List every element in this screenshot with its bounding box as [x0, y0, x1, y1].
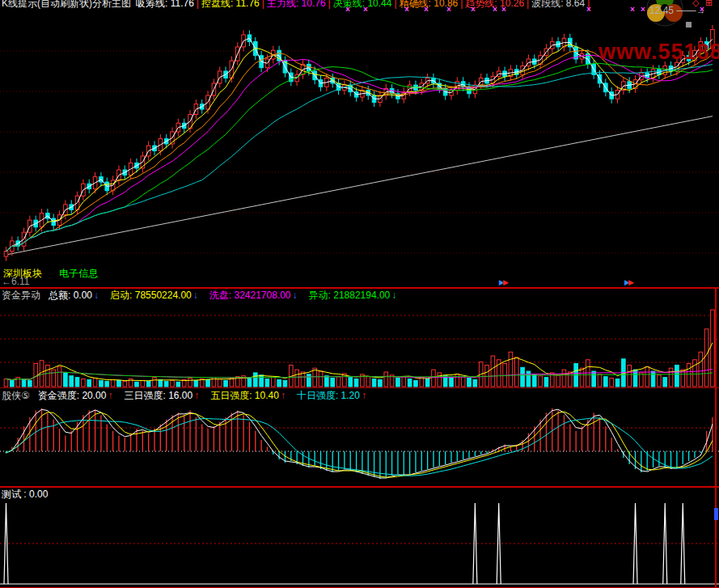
down-arrow-icon: ↓	[193, 290, 198, 301]
sell-mark-icon: ×	[493, 5, 497, 14]
strength-osc-pane[interactable]	[0, 402, 719, 486]
indicator-value: 10.76	[302, 0, 326, 9]
indicator-reading: 波段线: 8.64|	[531, 0, 592, 9]
strength-label: 资金强度:	[38, 390, 82, 401]
separator: |	[527, 0, 529, 9]
fund-label: 洗盘:	[209, 290, 235, 301]
sell-mark-icon: ×	[363, 5, 368, 14]
right-border	[715, 288, 717, 588]
watermark: www.55188.com	[598, 40, 719, 65]
fund-readings: 总额: 0.00↓启动: 78550224.00↓洗盘: 32421708.00…	[49, 290, 408, 301]
up-arrow-icon: ↑	[108, 390, 112, 401]
indicator-reading: 主力线: 10.76|	[267, 0, 333, 9]
strength-value: 10.40	[255, 390, 279, 401]
sell-mark-icon: ×	[641, 5, 645, 14]
indicator-label: 控盘线:	[201, 0, 236, 9]
indicator-reading: 吸筹线: 11.76|	[136, 0, 201, 9]
page-marker-icon[interactable]: ▶▶	[624, 278, 632, 286]
test-indicator-bar: 测试 : 0.00	[0, 488, 48, 501]
strength-reading: 三日强度: 16.00↑	[124, 390, 199, 401]
strength-label: 三日强度:	[124, 390, 168, 401]
strength-readings: 资金强度: 20.00↑三日强度: 16.00↑五日强度: 10.40↑十日强度…	[38, 390, 378, 401]
up-arrow-icon: ↑	[362, 390, 366, 401]
fund-indicator-bar: 资金异动总额: 0.00↓启动: 78550224.00↓洗盘: 3242170…	[0, 289, 408, 302]
fund-volume-pane[interactable]	[0, 303, 719, 388]
sell-mark-icon: ×	[501, 5, 506, 14]
window-box-icon[interactable]: ⊞	[705, 0, 713, 8]
separator: |	[394, 0, 396, 9]
separator: |	[460, 0, 463, 9]
fund-reading: 洗盘: 32421708.00↓	[209, 290, 298, 301]
indicator-value: 8.64	[566, 0, 585, 9]
strength-label: 十日强度:	[297, 390, 341, 401]
separator: |	[328, 0, 331, 9]
fund-value: 21882194.00	[333, 290, 390, 301]
arrow-right-icon: ——→	[676, 5, 705, 16]
fund-reading: 异动: 21882194.00↓	[309, 290, 397, 301]
board-name[interactable]: 深圳板块	[3, 268, 42, 279]
strength-indicator-bar: 股侠⑤资金强度: 20.00↑三日强度: 16.00↑五日强度: 10.40↑十…	[0, 389, 378, 403]
strength-reading: 十日强度: 1.20↑	[297, 390, 366, 401]
signal-pane[interactable]	[0, 488, 719, 588]
fund-value: 32421708.00	[234, 290, 290, 301]
indicator-label: 波段线:	[531, 0, 566, 9]
fund-label: 总额:	[49, 290, 74, 301]
strength-reading: 五日强度: 10.40↑	[210, 390, 285, 401]
indicator-label: 吸筹线:	[136, 0, 171, 9]
separator: |	[197, 0, 199, 9]
indicator-label: 主力线:	[267, 0, 302, 9]
stock-analysis-window: K线提示(自动刷新状)分析主图吸筹线: 11.76|控盘线: 11.76|主力线…	[0, 0, 719, 588]
strength-pane-title[interactable]: 股侠⑤	[2, 390, 30, 401]
sell-mark-icon: ×	[345, 5, 350, 14]
strength-label: 五日强度:	[210, 390, 255, 401]
fund-value: 0.00	[74, 290, 92, 301]
indicator-reading: 控盘线: 11.76|	[201, 0, 267, 9]
industry-name[interactable]: 电子信息	[59, 268, 98, 279]
scroll-marker[interactable]	[714, 508, 718, 520]
test-pane-title[interactable]: 测试 : 0.00	[2, 489, 48, 500]
fund-label: 启动:	[110, 290, 135, 301]
fund-reading: 总额: 0.00↓	[49, 290, 99, 301]
down-arrow-icon: ↓	[293, 290, 298, 301]
gray-marker	[686, 22, 692, 27]
indicator-label: 决策线:	[333, 0, 368, 9]
up-arrow-icon: ↑	[281, 390, 285, 401]
down-arrow-icon: ↓	[94, 290, 99, 301]
price-annotation: 12.45 ——→	[649, 5, 705, 16]
indicator-value: 11.76	[171, 0, 194, 9]
pane-divider	[0, 387, 719, 388]
main-indicator-bar-inner: K线提示(自动刷新状)分析主图吸筹线: 11.76|控盘线: 11.76|主力线…	[0, 0, 719, 11]
marker-arrow-red-icon: ▶	[628, 278, 632, 286]
pane-divider	[0, 486, 719, 488]
strength-reading: 资金强度: 20.00↑	[38, 390, 113, 401]
sell-mark-icon: ×	[404, 5, 409, 14]
strength-value: 20.00	[82, 390, 106, 401]
indicator-value: 11.76	[236, 0, 260, 9]
strength-value: 1.20	[341, 390, 360, 401]
sell-mark-icon: ×	[471, 5, 476, 14]
indicator-value: 10.44	[367, 0, 391, 9]
fund-pane-title[interactable]: 资金异动	[2, 290, 40, 301]
fund-label: 异动:	[309, 290, 334, 301]
marker-arrow-red-icon: ▶	[503, 278, 507, 286]
separator: |	[262, 0, 264, 9]
sell-mark-icon: ×	[586, 5, 591, 14]
sell-mark-icon: ×	[446, 5, 451, 14]
up-arrow-icon: ↑	[194, 390, 199, 401]
main-indicator-bar: K线提示(自动刷新状)分析主图吸筹线: 11.76|控盘线: 11.76|主力线…	[0, 0, 719, 11]
board-labels: 深圳板块 电子信息	[3, 267, 98, 281]
fund-value: 78550224.00	[135, 290, 192, 301]
price-annotation-value: 12.45	[649, 5, 674, 16]
strength-value: 16.00	[168, 390, 192, 401]
page-marker-icon[interactable]: ▶▶	[499, 278, 507, 286]
down-arrow-icon: ↓	[391, 290, 396, 301]
sell-mark-icon: ×	[424, 5, 429, 14]
main-chart-title[interactable]: K线提示(自动刷新状)分析主图	[2, 0, 131, 9]
fund-reading: 启动: 78550224.00↓	[110, 290, 198, 301]
sell-mark-icon: ×	[630, 5, 635, 14]
